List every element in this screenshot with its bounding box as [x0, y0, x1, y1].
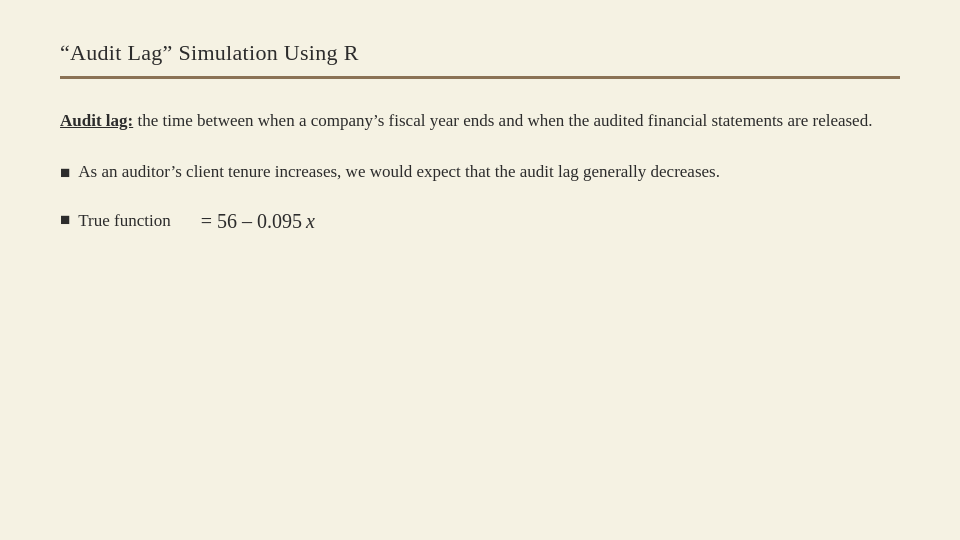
slide-title: “Audit Lag” Simulation Using R	[60, 40, 900, 66]
bullet-marker-2: ■	[60, 206, 70, 234]
bullet-content-2: True function = 56 – 0.095x	[78, 205, 900, 238]
bullet-marker-1: ■	[60, 159, 70, 187]
bullet-list: ■ As an auditor’s client tenure increase…	[60, 158, 900, 238]
formula: = 56 – 0.095x	[201, 205, 315, 238]
bullet-item-2: ■ True function = 56 – 0.095x	[60, 205, 900, 238]
definition-body: the time between when a company’s fiscal…	[133, 111, 872, 130]
definition-term: Audit lag:	[60, 111, 133, 130]
slide: “Audit Lag” Simulation Using R Audit lag…	[0, 0, 960, 540]
definition-block: Audit lag: the time between when a compa…	[60, 107, 900, 136]
true-function-label: True function	[78, 207, 170, 235]
bullet-content-1: As an auditor’s client tenure increases,…	[78, 158, 900, 186]
bullet-item-1: ■ As an auditor’s client tenure increase…	[60, 158, 900, 187]
title-divider	[60, 76, 900, 79]
